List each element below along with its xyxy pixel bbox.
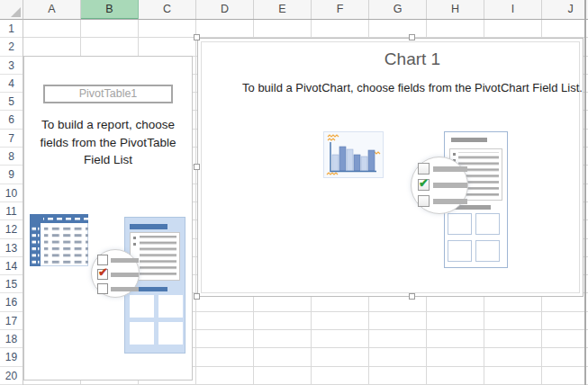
row-header-20[interactable]: 20	[0, 367, 23, 385]
field-label-bar	[433, 199, 467, 204]
row-header-3[interactable]: 3	[0, 57, 23, 75]
checkbox-icon	[418, 163, 430, 175]
row-header-18[interactable]: 18	[0, 330, 23, 348]
field-label-bar	[433, 183, 467, 188]
magnifier-checkbox-icon: ✔	[411, 157, 468, 214]
checkbox-icon	[97, 283, 108, 294]
column-header-e[interactable]: E	[254, 0, 312, 20]
row-header-16[interactable]: 16	[0, 293, 23, 311]
column-headers-row: A B C D E F G H I J	[23, 0, 588, 20]
row-header-8[interactable]: 8	[0, 148, 23, 166]
column-header-c[interactable]: C	[139, 0, 196, 20]
field-row-checked: ✔	[97, 269, 139, 280]
select-all-triangle-icon	[11, 7, 21, 17]
row-header-12[interactable]: 12	[0, 220, 23, 238]
row-header-1[interactable]: 1	[0, 20, 23, 38]
pivot-table-placeholder[interactable]: PivotTable1 To build a report, choose fi…	[23, 56, 193, 381]
column-header-f[interactable]: F	[312, 0, 369, 20]
row-header-6[interactable]: 6	[0, 111, 23, 129]
column-header-h[interactable]: H	[427, 0, 484, 20]
checked-checkbox-icon: ✔	[418, 179, 430, 191]
row-header-15[interactable]: 15	[0, 275, 23, 293]
column-header-j[interactable]: J	[542, 0, 588, 20]
row-header-17[interactable]: 17	[0, 312, 23, 330]
chart-handle-top-center[interactable]	[409, 34, 415, 40]
pivot-table-instruction: To build a report, choose fields from th…	[27, 116, 189, 169]
row-header-2[interactable]: 2	[0, 38, 23, 56]
row-header-11[interactable]: 11	[0, 202, 23, 220]
chart-handle-bottom-center[interactable]	[409, 293, 415, 300]
row-header-7[interactable]: 7	[0, 130, 23, 148]
field-row-checked: ✔	[418, 179, 467, 191]
field-row	[97, 255, 139, 265]
field-row	[97, 283, 139, 294]
window-edge-line	[584, 0, 586, 385]
column-header-i[interactable]: I	[484, 0, 542, 20]
column-header-g[interactable]: G	[369, 0, 427, 20]
row-header-10[interactable]: 10	[0, 184, 23, 202]
select-all-corner[interactable]	[0, 0, 23, 20]
row-header-5[interactable]: 5	[0, 93, 23, 111]
chart-handle-left-center[interactable]	[194, 164, 200, 170]
red-checkmark-icon: ✔	[98, 266, 108, 278]
chart-handle-top-left[interactable]	[194, 34, 200, 40]
chart-placeholder-border	[201, 41, 580, 293]
column-header-d[interactable]: D	[196, 0, 254, 20]
row-headers-column: 1 2 3 4 5 6 7 8 9 10 11 12 13 14 15 16 1…	[0, 20, 23, 385]
checkbox-icon	[97, 255, 108, 265]
pivot-table-icon	[30, 214, 88, 266]
field-label-bar	[111, 287, 139, 291]
bar-chart-icon	[323, 131, 384, 178]
checkbox-icon	[418, 195, 430, 207]
chart-title: Chart 1	[242, 49, 583, 69]
row-header-13[interactable]: 13	[0, 239, 23, 257]
field-label-bar	[433, 166, 467, 172]
field-row	[418, 163, 467, 175]
column-header-b-selected[interactable]: B	[81, 0, 139, 20]
excel-worksheet: A B C D E F G H I J 1 2 3 4 5 6 7 8 9 10…	[0, 0, 588, 385]
pivot-chart-object[interactable]: Chart 1 To build a PivotChart, choose fi…	[197, 38, 583, 297]
checked-checkbox-icon: ✔	[97, 269, 108, 280]
row-header-14[interactable]: 14	[0, 257, 23, 275]
row-header-9[interactable]: 9	[0, 166, 23, 184]
pivot-table-name-box: PivotTable1	[43, 85, 173, 103]
field-label-bar	[111, 273, 139, 277]
column-header-a[interactable]: A	[23, 0, 81, 20]
magnifier-checkbox-icon: ✔	[91, 249, 140, 298]
field-row	[418, 195, 467, 207]
green-checkmark-icon: ✔	[419, 177, 429, 189]
row-header-19[interactable]: 19	[0, 348, 23, 366]
chart-handle-bottom-left[interactable]	[194, 293, 200, 300]
row-header-4[interactable]: 4	[0, 75, 23, 93]
chart-instruction: To build a PivotChart, choose fields fro…	[242, 81, 583, 94]
field-label-bar	[111, 258, 139, 263]
